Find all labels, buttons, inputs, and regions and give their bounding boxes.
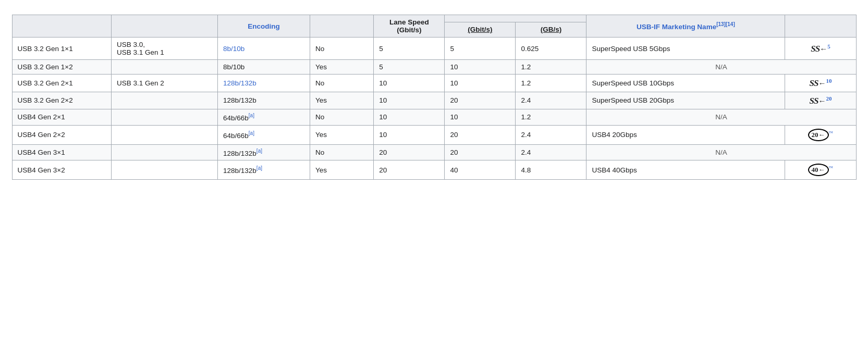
encoding-note: [a] — [249, 130, 254, 136]
table-body: USB 3.2 Gen 1×1USB 3.0,USB 3.1 Gen 18b/1… — [12, 38, 856, 180]
encoding-value-link[interactable]: 8b/10b — [223, 45, 244, 53]
cell-lane-speed: 10 — [374, 92, 445, 109]
cell-old-name — [111, 144, 217, 160]
cell-gbit: 20 — [445, 125, 516, 144]
cell-dual-lane: No — [310, 109, 373, 126]
table-row: USB4 Gen 3×1128b/132b[a]No20202.4N/A — [12, 144, 856, 160]
encoding-value-link[interactable]: 128b/132b — [223, 79, 256, 87]
encoding-note: [a] — [256, 148, 262, 154]
cell-dual-lane: Yes — [310, 60, 373, 75]
gbps-label: (GB/s) — [541, 26, 562, 33]
table-row: USB4 Gen 3×2128b/132b[a]Yes20404.8USB4 4… — [12, 160, 856, 180]
gbit-label: (Gbit/s) — [468, 26, 492, 33]
usb4-20-arrow: ← — [818, 131, 825, 139]
cell-lane-speed: 10 — [374, 125, 445, 144]
cell-lane-speed: 10 — [374, 75, 445, 92]
cell-encoding: 8b/10b — [218, 60, 310, 75]
cell-marketing: SuperSpeed USB 20Gbps — [586, 92, 785, 109]
table-row: USB4 Gen 2×264b/66b[a]Yes10202.4USB4 20G… — [12, 125, 856, 144]
ss10-arrow: ← — [818, 79, 826, 88]
cell-logo: SS←20 — [785, 92, 856, 109]
ref-14: [14] — [726, 21, 735, 27]
cell-encoding: 64b/66b[a] — [218, 109, 310, 126]
cell-encoding: 128b/132b[a] — [218, 160, 310, 180]
cell-dual-lane: Yes — [310, 92, 373, 109]
cell-gbps: 1.2 — [516, 60, 586, 75]
cell-mode: USB4 Gen 3×2 — [12, 160, 111, 180]
cell-old-name: USB 3.0,USB 3.1 Gen 1 — [111, 38, 217, 60]
header-mode — [12, 15, 111, 38]
cell-mode: USB 3.2 Gen 2×2 — [12, 92, 111, 109]
usb4-40-tm: ™ — [829, 165, 834, 170]
cell-marketing: N/A — [586, 144, 856, 160]
cell-mode: USB 3.2 Gen 1×1 — [12, 38, 111, 60]
table-row: USB 3.2 Gen 1×1USB 3.0,USB 3.1 Gen 18b/1… — [12, 38, 856, 60]
cell-marketing: USB4 20Gbps — [586, 125, 785, 144]
main-table: Encoding Lane Speed(Gbit/s) USB-IF Marke… — [12, 15, 857, 180]
ref-13: [13] — [716, 21, 726, 27]
cell-logo: 20←™ — [785, 125, 856, 144]
header-nominal — [445, 15, 586, 22]
table-row: USB 3.2 Gen 1×28b/10bYes5101.2N/A — [12, 60, 856, 75]
encoding-note: [a] — [249, 113, 254, 118]
ss20-num: 20 — [826, 95, 832, 102]
cell-marketing: SuperSpeed USB 10Gbps — [586, 75, 785, 92]
cell-gbps: 2.4 — [516, 144, 586, 160]
cell-gbit: 10 — [445, 109, 516, 126]
cell-gbps: 2.4 — [516, 125, 586, 144]
cell-marketing: N/A — [586, 109, 856, 126]
header-encoding: Encoding — [218, 15, 310, 38]
cell-old-name — [111, 92, 217, 109]
cell-gbit: 20 — [445, 92, 516, 109]
cell-gbit: 5 — [445, 38, 516, 60]
header-row-1: Encoding Lane Speed(Gbit/s) USB-IF Marke… — [12, 15, 856, 22]
cell-logo: SS←5 — [785, 38, 856, 60]
cell-gbps: 1.2 — [516, 109, 586, 126]
page-wrapper: Encoding Lane Speed(Gbit/s) USB-IF Marke… — [12, 15, 857, 180]
cell-dual-lane: No — [310, 38, 373, 60]
header-gbit: (Gbit/s) — [445, 22, 516, 37]
cell-gbps: 4.8 — [516, 160, 586, 180]
encoding-link[interactable]: Encoding — [248, 22, 280, 30]
cell-gbps: 2.4 — [516, 92, 586, 109]
ss10-logo: SS — [809, 78, 818, 88]
header-logo — [785, 15, 856, 38]
cell-old-name — [111, 125, 217, 144]
cell-marketing: SuperSpeed USB 5Gbps — [586, 38, 785, 60]
cell-mode: USB 3.2 Gen 2×1 — [12, 75, 111, 92]
table-row: USB4 Gen 2×164b/66b[a]No10101.2N/A — [12, 109, 856, 126]
cell-gbps: 1.2 — [516, 75, 586, 92]
usb4-40-logo: 40← — [808, 164, 829, 176]
cell-lane-speed: 20 — [374, 160, 445, 180]
cell-gbit: 40 — [445, 160, 516, 180]
ss5-logo: SS — [811, 43, 820, 53]
cell-dual-lane: No — [310, 75, 373, 92]
ss20-logo: SS — [809, 95, 818, 105]
cell-marketing: USB4 40Gbps — [586, 160, 785, 180]
cell-dual-lane: Yes — [310, 125, 373, 144]
usb4-20-logo: 20← — [808, 129, 829, 141]
header-dual — [310, 15, 373, 38]
cell-marketing: N/A — [586, 60, 856, 75]
cell-lane-speed: 5 — [374, 38, 445, 60]
header-lane: Lane Speed(Gbit/s) — [374, 15, 445, 38]
usbif-link[interactable]: USB-IF — [637, 23, 660, 31]
cell-encoding: 64b/66b[a] — [218, 125, 310, 144]
usb4-40-arrow: ← — [818, 166, 825, 174]
cell-encoding: 128b/132b — [218, 75, 310, 92]
cell-dual-lane: No — [310, 144, 373, 160]
cell-encoding: 128b/132b[a] — [218, 144, 310, 160]
cell-mode: USB 3.2 Gen 1×2 — [12, 60, 111, 75]
cell-encoding: 128b/132b — [218, 92, 310, 109]
table-row: USB 3.2 Gen 2×2128b/132bYes10202.4SuperS… — [12, 92, 856, 109]
cell-old-name: USB 3.1 Gen 2 — [111, 75, 217, 92]
header-old — [111, 15, 217, 38]
header-marketing: USB-IF Marketing Name[13][14] — [586, 15, 785, 38]
cell-lane-speed: 10 — [374, 109, 445, 126]
cell-mode: USB4 Gen 3×1 — [12, 144, 111, 160]
usb4-20-tm: ™ — [829, 130, 834, 135]
ss20-arrow: ← — [818, 96, 826, 105]
cell-logo: 40←™ — [785, 160, 856, 180]
cell-gbps: 0.625 — [516, 38, 586, 60]
cell-gbit: 10 — [445, 75, 516, 92]
